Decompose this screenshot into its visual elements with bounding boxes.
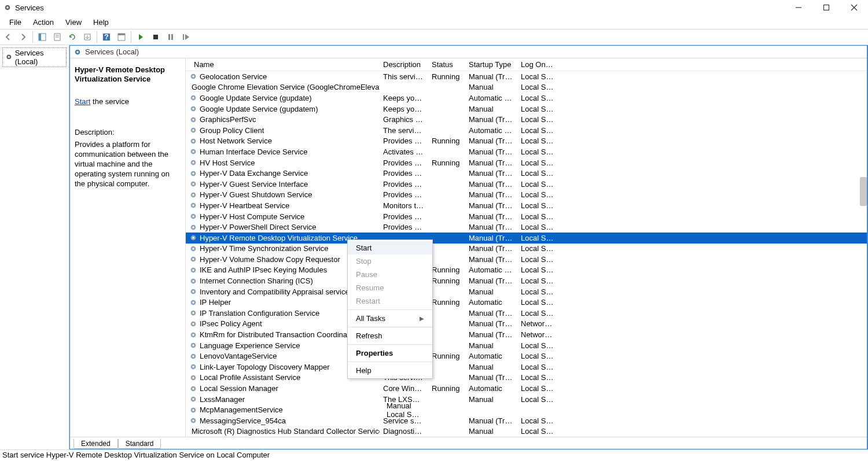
service-row[interactable]: Hyper-V Host Compute ServiceProvides sup… xyxy=(186,211,867,222)
service-log-on-as: Local System xyxy=(517,201,558,210)
service-row[interactable]: Hyper-V PowerShell Direct ServiceProvide… xyxy=(186,222,867,233)
service-row[interactable]: Link-Layer Topology Discovery MapperManu… xyxy=(186,362,867,373)
tab-extended[interactable]: Extended xyxy=(73,439,118,449)
col-startup-type[interactable]: Startup Type xyxy=(465,60,517,69)
service-log-on-as: Local System xyxy=(517,223,558,231)
service-icon xyxy=(189,245,197,253)
pause-service-button[interactable] xyxy=(164,31,178,43)
service-name: Hyper-V PowerShell Direct Service xyxy=(200,223,317,231)
service-row[interactable]: Google Chrome Elevation Service (GoogleC… xyxy=(186,82,867,93)
service-row[interactable]: LenovoVantageServiceRunningAutomaticLoca… xyxy=(186,351,867,362)
service-row[interactable]: IP Translation Configuration ServiceManu… xyxy=(186,308,867,319)
service-description: Core Windo... xyxy=(380,384,428,393)
service-name: GraphicsPerfSvc xyxy=(200,115,256,124)
service-row[interactable]: Human Interface Device ServiceActivates … xyxy=(186,146,867,157)
service-row[interactable]: KtmRm for Distributed Transaction Coordi… xyxy=(186,329,867,340)
service-log-on-as: Local System xyxy=(517,265,558,274)
service-row[interactable]: IKE and AuthIP IPsec Keying ModulesRunni… xyxy=(186,265,867,276)
service-icon xyxy=(189,105,197,113)
service-row[interactable]: IPsec Policy AgentManual (Trigg...Networ… xyxy=(186,319,867,330)
export-button[interactable] xyxy=(80,31,94,43)
back-button[interactable] xyxy=(1,31,15,43)
svg-point-47 xyxy=(192,194,194,196)
service-name: Local Profile Assistant Service xyxy=(200,373,300,382)
export-list-button[interactable] xyxy=(50,31,64,43)
service-startup-type: Automatic xyxy=(465,384,517,393)
menu-help[interactable]: Help xyxy=(87,17,115,28)
service-icon xyxy=(189,116,197,124)
service-row[interactable]: Google Update Service (gupdatem)Keeps yo… xyxy=(186,104,867,115)
service-row[interactable]: Google Update Service (gupdate)Keeps you… xyxy=(186,93,867,104)
cm-properties[interactable]: Properties xyxy=(348,346,432,360)
service-row[interactable]: Hyper-V Heartbeat ServiceMonitors th...M… xyxy=(186,200,867,211)
service-row[interactable]: Hyper-V Time Synchronization ServiceManu… xyxy=(186,244,867,255)
menu-action[interactable]: Action xyxy=(27,17,60,28)
service-description: Provides a m... xyxy=(380,190,428,199)
service-row[interactable]: Hyper-V Remote Desktop Virtualization Se… xyxy=(186,233,867,244)
svg-point-21 xyxy=(8,56,10,58)
service-startup-type: Manual (Trigg... xyxy=(465,72,517,81)
service-status: Running xyxy=(428,352,465,360)
detail-start-link[interactable]: Start xyxy=(75,97,90,106)
service-log-on-as: Local System xyxy=(517,212,558,221)
service-description: Provides sup... xyxy=(380,137,428,145)
service-row[interactable]: HV Host ServiceProvides an i...RunningMa… xyxy=(186,157,867,168)
service-row[interactable]: Group Policy ClientThe service i...Autom… xyxy=(186,125,867,136)
service-row[interactable]: GraphicsPerfSvcGraphics per...Manual (Tr… xyxy=(186,114,867,125)
service-name: HV Host Service xyxy=(200,158,255,167)
cm-resume: Resume xyxy=(348,281,432,294)
col-name[interactable]: Name xyxy=(186,60,380,69)
close-button[interactable] xyxy=(848,2,860,13)
detail-start-text: the service xyxy=(90,97,128,106)
col-description[interactable]: Description xyxy=(380,60,428,69)
col-log-on-as[interactable]: Log On As xyxy=(517,60,558,69)
service-startup-type: Manual (Trigg... xyxy=(465,255,517,264)
cm-start[interactable]: Start xyxy=(348,241,432,255)
service-row[interactable]: Geolocation ServiceThis service ...Runni… xyxy=(186,71,867,82)
tab-standard[interactable]: Standard xyxy=(118,439,161,449)
tree-root-label: Services (Local) xyxy=(15,49,64,66)
restart-service-button[interactable] xyxy=(179,31,193,43)
show-hide-tree-button[interactable] xyxy=(35,31,49,43)
service-name: Hyper-V Volume Shadow Copy Requestor xyxy=(200,255,340,264)
service-row[interactable]: Host Network ServiceProvides sup...Runni… xyxy=(186,136,867,147)
svg-rect-19 xyxy=(183,34,184,40)
service-row[interactable]: Microsoft (R) Diagnostics Hub Standard C… xyxy=(186,426,867,437)
service-row[interactable]: LxssManagerThe LXSS Ma...ManualLocal Sys… xyxy=(186,394,867,405)
service-startup-type: Manual xyxy=(465,363,517,371)
service-log-on-as: Local Service xyxy=(517,373,558,382)
service-row[interactable]: Inventory and Compatibility Appraisal se… xyxy=(186,286,867,297)
menu-file[interactable]: File xyxy=(3,17,27,28)
service-row[interactable]: Hyper-V Volume Shadow Copy RequestorManu… xyxy=(186,254,867,265)
service-row[interactable]: IP HelperRunningAutomaticLocal System xyxy=(186,297,867,308)
service-startup-type: Manual (Trigg... xyxy=(465,158,517,167)
service-row[interactable]: Hyper-V Guest Service InterfaceProvides … xyxy=(186,179,867,190)
service-row[interactable]: Local Session ManagerCore Windo...Runnin… xyxy=(186,383,867,394)
col-status[interactable]: Status xyxy=(428,60,465,69)
minimize-button[interactable] xyxy=(793,2,804,13)
cm-help[interactable]: Help xyxy=(348,364,432,377)
service-description: Provides sup... xyxy=(380,212,428,221)
service-row[interactable]: McpManagementServiceManualLocal System xyxy=(186,404,867,415)
service-row[interactable]: Internet Connection Sharing (ICS)Running… xyxy=(186,275,867,286)
service-row[interactable]: Hyper-V Guest Shutdown ServiceProvides a… xyxy=(186,190,867,201)
service-row[interactable]: MessagingService_954caService supp...Man… xyxy=(186,415,867,426)
forward-button[interactable] xyxy=(16,31,30,43)
cm-all-tasks[interactable]: All Tasks ▶ xyxy=(348,312,432,325)
menu-view[interactable]: View xyxy=(60,17,87,28)
service-row[interactable]: Hyper-V Data Exchange ServiceProvides a … xyxy=(186,168,867,179)
scrollbar-thumb[interactable] xyxy=(860,177,867,206)
maximize-button[interactable] xyxy=(821,2,832,13)
service-name: Google Update Service (gupdate) xyxy=(200,94,312,102)
properties-button[interactable] xyxy=(115,31,128,43)
service-row[interactable]: Local Profile Assistant ServiceThis serv… xyxy=(186,373,867,383)
svg-point-43 xyxy=(192,172,194,175)
help-button[interactable]: ? xyxy=(100,31,113,43)
service-startup-type: Manual (Trigg... xyxy=(465,244,517,253)
service-row[interactable]: Language Experience ServiceManualLocal S… xyxy=(186,340,867,351)
refresh-button[interactable] xyxy=(65,31,79,43)
stop-service-button[interactable] xyxy=(149,31,163,43)
tree-root-services-local[interactable]: Services (Local) xyxy=(2,47,67,67)
start-service-button[interactable] xyxy=(134,31,148,43)
cm-refresh[interactable]: Refresh xyxy=(348,329,432,342)
